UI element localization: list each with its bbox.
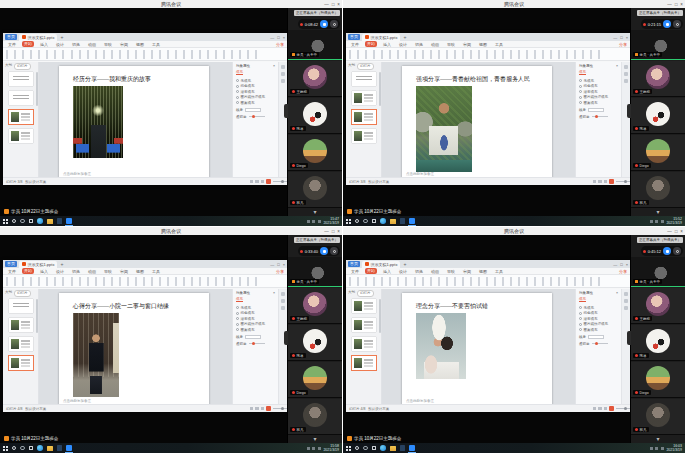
- participant-tile[interactable]: Diego: [631, 135, 685, 171]
- start-button[interactable]: [346, 446, 351, 451]
- ribbon-tab-home[interactable]: 开始: [365, 41, 377, 47]
- opacity-slider[interactable]: [592, 343, 608, 344]
- participant-tile[interactable]: 陈琳: [631, 98, 685, 134]
- ribbon-tab-review[interactable]: 审阅: [461, 42, 473, 47]
- fill-option-pattern[interactable]: 图案填充: [579, 101, 618, 105]
- tray-volume-icon[interactable]: [312, 220, 315, 223]
- taskbar-clock[interactable]: 15:52 2021/3/19: [666, 217, 682, 225]
- search-icon[interactable]: [355, 219, 359, 223]
- document-tab[interactable]: 演示文稿1.pptx: [19, 34, 57, 41]
- start-button[interactable]: [3, 446, 8, 451]
- notes-hint[interactable]: 点击此处添加备注: [63, 399, 91, 403]
- cortana-icon[interactable]: [20, 446, 25, 451]
- fill-option-none[interactable]: 无填充: [579, 306, 618, 310]
- wps-close-button[interactable]: ×: [626, 262, 628, 267]
- meeting-app-taskbar-icon[interactable]: [66, 445, 72, 451]
- ribbon-tab-insert[interactable]: 插入: [38, 42, 50, 47]
- ribbon-tab-transition[interactable]: 切换: [413, 42, 425, 47]
- tray-input-icon[interactable]: [661, 220, 664, 223]
- close-button[interactable]: ×: [680, 2, 683, 7]
- play-slideshow-button[interactable]: [266, 179, 271, 184]
- meeting-title-banner[interactable]: 学员 10月22日主题班会: [347, 209, 401, 214]
- panel-close-icon[interactable]: ×: [616, 291, 618, 295]
- wps-home-button[interactable]: 首页: [348, 261, 360, 267]
- sidebar-collapse-handle[interactable]: [284, 104, 288, 118]
- thumbnail-scrollbar[interactable]: [379, 299, 381, 333]
- slide-photo[interactable]: [416, 313, 466, 379]
- participant-tile[interactable]: 陈琳: [288, 98, 342, 134]
- ribbon-tab-home[interactable]: 开始: [365, 268, 377, 274]
- fill-option-none[interactable]: 无填充: [579, 79, 618, 83]
- taskbar-clock[interactable]: 16:03 2021/3/19: [666, 444, 682, 452]
- participant-tile-host[interactable]: 学员 · 共享中: [631, 30, 685, 60]
- tray-network-icon[interactable]: [650, 447, 653, 450]
- fill-option-solid[interactable]: 纯色填充: [236, 84, 275, 88]
- wps-maximize-button[interactable]: □: [620, 262, 622, 267]
- participant-tile[interactable]: 林凡: [288, 172, 342, 208]
- edge-browser-taskbar-icon[interactable]: [380, 218, 386, 224]
- chevron-down-icon[interactable]: ▾: [656, 209, 659, 216]
- wps-maximize-button[interactable]: □: [277, 35, 279, 40]
- sidebar-collapse-handle[interactable]: [627, 331, 631, 345]
- slide-title-text[interactable]: 经历分享——我和重庆的故事: [73, 75, 151, 84]
- slide-thumbnail-3[interactable]: [352, 337, 376, 351]
- slide[interactable]: 经历分享——我和重庆的故事: [59, 66, 209, 178]
- participant-tile[interactable]: Diego: [288, 362, 342, 398]
- ribbon-tab-insert[interactable]: 插入: [38, 269, 50, 274]
- tray-volume-icon[interactable]: [312, 447, 315, 450]
- reading-view-icon[interactable]: [604, 407, 608, 411]
- ribbon-tab-transition[interactable]: 切换: [70, 269, 82, 274]
- ribbon-tab-design[interactable]: 设计: [54, 42, 66, 47]
- outline-tab[interactable]: 大纲: [5, 63, 12, 70]
- ribbon-tab-view[interactable]: 视图: [477, 269, 489, 274]
- slide-thumbnail-1[interactable]: [352, 72, 376, 86]
- slide-canvas[interactable]: 心得分享——小院一二事与窗口结缘 点击此处添加备注: [39, 289, 232, 404]
- ribbon-tab-slideshow[interactable]: 放映: [445, 42, 457, 47]
- fill-option-picture[interactable]: 图片或纹理填充: [579, 322, 618, 326]
- slide[interactable]: 强项分享——青春献给祖国，青春服务人民: [402, 66, 552, 178]
- sorter-view-icon[interactable]: [255, 180, 259, 184]
- fill-option-solid[interactable]: 纯色填充: [579, 311, 618, 315]
- ribbon-tab-insert[interactable]: 插入: [381, 42, 393, 47]
- tray-network-icon[interactable]: [307, 220, 310, 223]
- zoom-slider[interactable]: [273, 181, 287, 182]
- meeting-title-banner[interactable]: 学员 10月22日主题班会: [4, 209, 58, 214]
- slide-thumbnail-1[interactable]: [9, 72, 33, 86]
- file-menu[interactable]: 文件: [6, 269, 18, 274]
- ribbon-tab-slideshow[interactable]: 放映: [102, 269, 114, 274]
- minimize-button[interactable]: —: [324, 229, 329, 234]
- participant-tile[interactable]: 陈琳: [631, 325, 685, 361]
- ribbon-toolbar[interactable]: [346, 275, 630, 288]
- file-explorer-taskbar-icon[interactable]: [390, 219, 396, 224]
- ribbon-tab-tools[interactable]: 工具: [493, 269, 505, 274]
- ribbon-tab-design[interactable]: 设计: [397, 42, 409, 47]
- notes-hint[interactable]: 点击此处添加备注: [406, 399, 434, 403]
- share-button[interactable]: 分享: [276, 42, 284, 47]
- participant-tile[interactable]: 王晓婷: [288, 61, 342, 97]
- normal-view-icon[interactable]: [250, 407, 254, 411]
- ribbon-tab-home[interactable]: 开始: [22, 41, 34, 47]
- wps-close-button[interactable]: ×: [283, 35, 285, 40]
- task-view-icon[interactable]: [372, 219, 377, 224]
- fill-option-pattern[interactable]: 图案填充: [579, 328, 618, 332]
- zoom-slider[interactable]: [616, 408, 630, 409]
- pinned-app-taskbar-icon[interactable]: [57, 445, 63, 451]
- pinned-app-taskbar-icon[interactable]: [400, 445, 406, 451]
- play-slideshow-button[interactable]: [609, 179, 614, 184]
- ribbon-tab-review[interactable]: 审阅: [118, 269, 130, 274]
- wps-minimize-button[interactable]: —: [270, 35, 274, 40]
- slide[interactable]: 理念分享——不要害怕试错: [402, 293, 552, 405]
- fill-section-label[interactable]: 填充: [236, 297, 243, 302]
- meeting-app-taskbar-icon[interactable]: [66, 218, 72, 224]
- new-tab-button[interactable]: +: [403, 261, 406, 267]
- wps-home-button[interactable]: 首页: [5, 261, 17, 267]
- ribbon-tab-animation[interactable]: 动画: [429, 269, 441, 274]
- slide-thumbnail-2[interactable]: [352, 91, 376, 105]
- meeting-toolbar-button[interactable]: [320, 247, 328, 255]
- tray-input-icon[interactable]: [318, 220, 321, 223]
- slide-thumbnail-2[interactable]: [352, 318, 376, 332]
- slide-canvas[interactable]: 经历分享——我和重庆的故事 点击此处添加备注: [39, 62, 232, 177]
- annotation-button[interactable]: [673, 20, 681, 28]
- tray-volume-icon[interactable]: [655, 447, 658, 450]
- help-tool-icon[interactable]: [624, 306, 628, 310]
